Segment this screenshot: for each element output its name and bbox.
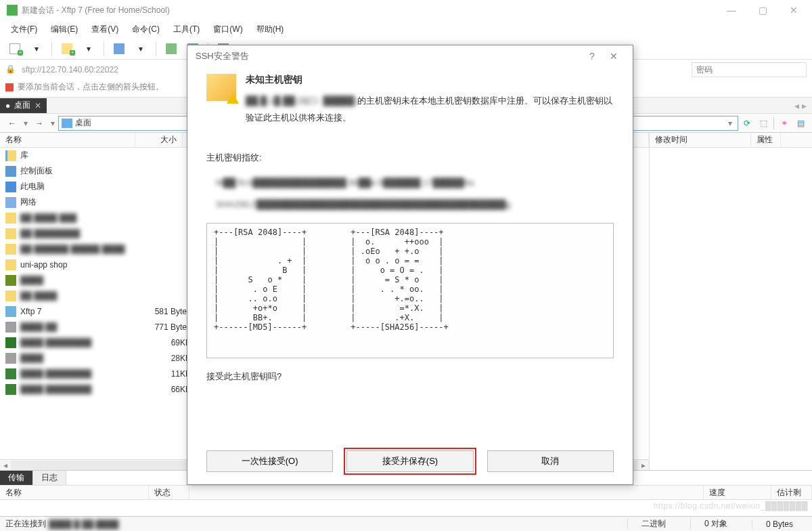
fingerprint-label: 主机密钥指纹: bbox=[206, 152, 614, 164]
fingerprint-values: M██:fb:b███████████████:98██e:9██████:17… bbox=[206, 172, 614, 214]
dialog-title: SSH安全警告 bbox=[196, 50, 249, 62]
ssh-warning-dialog: SSH安全警告 ? ✕ 未知主机密钥 ██.█.1█.██ (端口: █████… bbox=[187, 45, 633, 485]
dialog-heading: 未知主机密钥 bbox=[246, 74, 614, 86]
cancel-button[interactable]: 取消 bbox=[487, 450, 614, 472]
accept-once-button[interactable]: 一次性接受(O) bbox=[206, 450, 333, 472]
sha256-fingerprint: SHA256:Z████████████████████████████████… bbox=[216, 194, 614, 215]
dialog-close-button[interactable]: ✕ bbox=[603, 51, 625, 62]
accept-save-button[interactable]: 接受并保存(S) bbox=[346, 450, 473, 472]
dialog-help-button[interactable]: ? bbox=[581, 51, 603, 62]
md5-fingerprint: M██:fb:b███████████████:98██e:9██████:17… bbox=[216, 172, 614, 193]
dialog-question: 接受此主机密钥吗? bbox=[206, 370, 614, 383]
dialog-buttons: 一次性接受(O) 接受并保存(S) 取消 bbox=[187, 438, 633, 484]
ascii-art-box: +---[RSA 2048]----+ +---[RSA 2048]----+ … bbox=[206, 223, 614, 358]
dialog-titlebar: SSH安全警告 ? ✕ bbox=[187, 45, 633, 67]
dialog-message: ██.█.1█.██ (端口: █████)的主机密钥未在本地主机密钥数据库中注… bbox=[246, 93, 614, 126]
dialog-overlay: SSH安全警告 ? ✕ 未知主机密钥 ██.█.1█.██ (端口: █████… bbox=[0, 0, 812, 531]
key-warning-icon bbox=[206, 74, 236, 101]
